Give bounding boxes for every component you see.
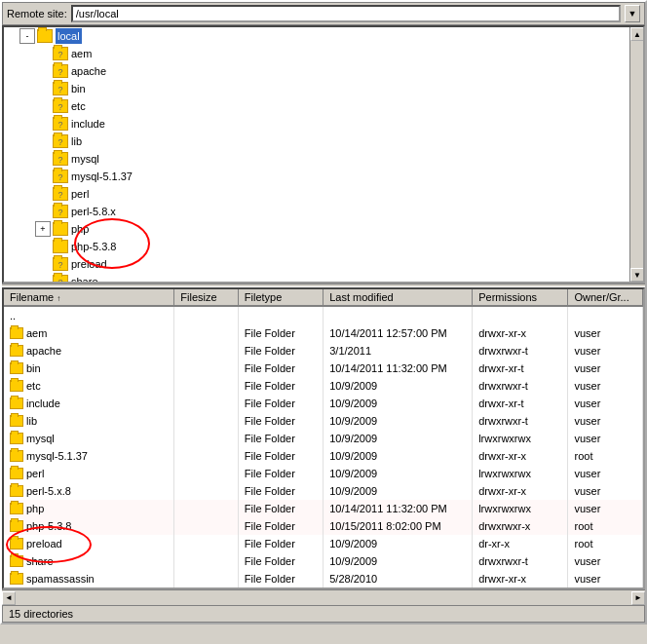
- cell-filetype: File Folder: [238, 465, 323, 482]
- table-row[interactable]: apacheFile Folder3/1/2011drwxrwxr-tvuser: [4, 342, 643, 360]
- table-row[interactable]: includeFile Folder10/9/2009drwxr-xr-tvus…: [4, 395, 643, 412]
- tree-item-mysql[interactable]: ?mysql: [4, 150, 643, 168]
- tree-item-include[interactable]: ?include: [4, 115, 643, 133]
- cell-permissions: drwxrwxr-t: [473, 377, 568, 395]
- folder-icon: ?: [53, 134, 68, 148]
- filename-text: aem: [26, 325, 47, 341]
- tree-item-label: mysql: [71, 151, 99, 167]
- filename-text: apache: [26, 343, 61, 359]
- col-permissions[interactable]: Permissions: [473, 289, 568, 306]
- scroll-up-btn[interactable]: ▲: [630, 27, 644, 41]
- remote-site-input[interactable]: [71, 5, 621, 22]
- cell-permissions: drwxrwxr-t: [473, 552, 568, 570]
- filename-text: lib: [26, 413, 37, 429]
- h-scrollbar[interactable]: ◄ ►: [2, 589, 645, 605]
- tree-item-preload[interactable]: ?preload: [4, 255, 643, 273]
- table-row[interactable]: ..: [4, 306, 643, 324]
- table-row[interactable]: mysqlFile Folder10/9/2009lrwxrwxrwxvuser: [4, 430, 643, 447]
- folder-icon: [10, 520, 23, 532]
- folder-icon: [10, 503, 23, 514]
- sort-arrow: ↑: [57, 294, 60, 303]
- table-row[interactable]: perlFile Folder10/9/2009lrwxrwxrwxvuser: [4, 465, 643, 482]
- cell-filetype: File Folder: [238, 430, 323, 447]
- tree-item-label: preload: [71, 256, 107, 272]
- cell-filesize: [174, 570, 239, 587]
- cell-filetype: [238, 306, 323, 324]
- table-row[interactable]: shareFile Folder10/9/2009drwxrwxr-tvuser: [4, 552, 643, 570]
- status-text: 15 directories: [9, 608, 73, 620]
- table-row[interactable]: phpFile Folder10/14/2011 11:32:00 PMlrwx…: [4, 500, 643, 517]
- cell-owner: vuser: [568, 377, 643, 395]
- tree-item-label: php-5.3.8: [71, 239, 116, 254]
- cell-filetype: File Folder: [238, 412, 323, 430]
- col-owner[interactable]: Owner/Gr...: [568, 289, 643, 306]
- cell-last_modified: 10/9/2009: [324, 412, 473, 430]
- table-row[interactable]: spamassassinFile Folder5/28/2010drwxr-xr…: [4, 570, 643, 587]
- cell-filesize: [174, 447, 239, 465]
- cell-last_modified: 10/9/2009: [324, 482, 473, 500]
- tree-item-php[interactable]: +php: [4, 220, 643, 238]
- folder-icon: [10, 468, 23, 479]
- table-row[interactable]: php-5.3.8File Folder10/15/2011 8:02:00 P…: [4, 517, 643, 535]
- folder-icon: ?: [53, 170, 68, 183]
- col-last-modified[interactable]: Last modified: [324, 289, 473, 306]
- cell-permissions: [473, 306, 568, 324]
- table-row[interactable]: mysql-5.1.37File Folder10/9/2009drwxr-xr…: [4, 447, 643, 465]
- tree-item-apache[interactable]: ?apache: [4, 62, 643, 80]
- table-row[interactable]: preloadFile Folder10/9/2009dr-xr-xroot: [4, 535, 643, 552]
- cell-filetype: File Folder: [238, 552, 323, 570]
- cell-owner: vuser: [568, 552, 643, 570]
- scroll-left-btn[interactable]: ◄: [2, 591, 16, 605]
- cell-permissions: drwxrwxr-t: [473, 342, 568, 360]
- file-table: Filename ↑ Filesize Filetype Last modifi…: [4, 289, 643, 587]
- filename-text: perl: [26, 466, 44, 481]
- table-row[interactable]: binFile Folder10/14/2011 11:32:00 PMdrwx…: [4, 360, 643, 377]
- cell-permissions: drwxr-xr-x: [473, 324, 568, 342]
- tree-item-perl[interactable]: ?perl: [4, 185, 643, 203]
- cell-last_modified: 10/14/2011 11:32:00 PM: [324, 500, 473, 517]
- cell-filetype: File Folder: [238, 570, 323, 587]
- cell-owner: vuser: [568, 395, 643, 412]
- col-filename[interactable]: Filename ↑: [4, 289, 174, 306]
- folder-icon: [37, 29, 53, 43]
- filename-text: share: [26, 553, 54, 569]
- filename-text: mysql: [26, 431, 55, 446]
- file-list-panel[interactable]: Filename ↑ Filesize Filetype Last modifi…: [2, 287, 645, 589]
- tree-item-php-5.3.8[interactable]: php-5.3.8: [4, 238, 643, 255]
- cell-permissions: dr-xr-x: [473, 535, 568, 552]
- tree-item-mysql-5.1.37[interactable]: ?mysql-5.1.37: [4, 168, 643, 185]
- cell-filesize: [174, 500, 239, 517]
- tree-item-label: perl-5.8.x: [71, 204, 116, 219]
- table-row[interactable]: etcFile Folder10/9/2009drwxrwxr-tvuser: [4, 377, 643, 395]
- filename-text: mysql-5.1.37: [26, 448, 88, 464]
- tree-item-lib[interactable]: ?lib: [4, 133, 643, 150]
- col-filetype[interactable]: Filetype: [238, 289, 323, 306]
- tree-item-bin[interactable]: ?bin: [4, 80, 643, 97]
- tree-expander[interactable]: +: [35, 221, 51, 237]
- tree-item-label: lib: [71, 133, 82, 149]
- tree-panel[interactable]: -local?aem?apache?bin?etc?include?lib?my…: [2, 25, 645, 284]
- tree-expander[interactable]: -: [19, 28, 35, 44]
- cell-last_modified: 5/28/2010: [324, 570, 473, 587]
- folder-icon: [10, 415, 23, 427]
- cell-owner: root: [568, 447, 643, 465]
- table-row[interactable]: aemFile Folder10/14/2011 12:57:00 PMdrwx…: [4, 324, 643, 342]
- remote-site-dropdown[interactable]: ▼: [625, 5, 640, 22]
- tree-item-local[interactable]: -local: [4, 27, 643, 45]
- tree-item-aem[interactable]: ?aem: [4, 45, 643, 62]
- tree-item-etc[interactable]: ?etc: [4, 97, 643, 115]
- tree-item-label: perl: [71, 186, 89, 202]
- filename-text: etc: [26, 378, 41, 394]
- tree-item-share[interactable]: ?share: [4, 273, 643, 284]
- col-filesize[interactable]: Filesize: [174, 289, 239, 306]
- tree-item-perl-5.8.x[interactable]: ?perl-5.8.x: [4, 203, 643, 220]
- scroll-down-btn[interactable]: ▼: [630, 268, 644, 282]
- folder-icon: [10, 538, 23, 549]
- table-row[interactable]: libFile Folder10/9/2009drwxrwxr-tvuser: [4, 412, 643, 430]
- cell-filetype: File Folder: [238, 324, 323, 342]
- cell-permissions: lrwxrwxrwx: [473, 430, 568, 447]
- vertical-scrollbar[interactable]: ▲ ▼: [629, 27, 643, 282]
- folder-icon: ?: [53, 187, 68, 201]
- table-row[interactable]: perl-5.x.8File Folder10/9/2009drwxr-xr-x…: [4, 482, 643, 500]
- scroll-right-btn[interactable]: ►: [631, 591, 645, 605]
